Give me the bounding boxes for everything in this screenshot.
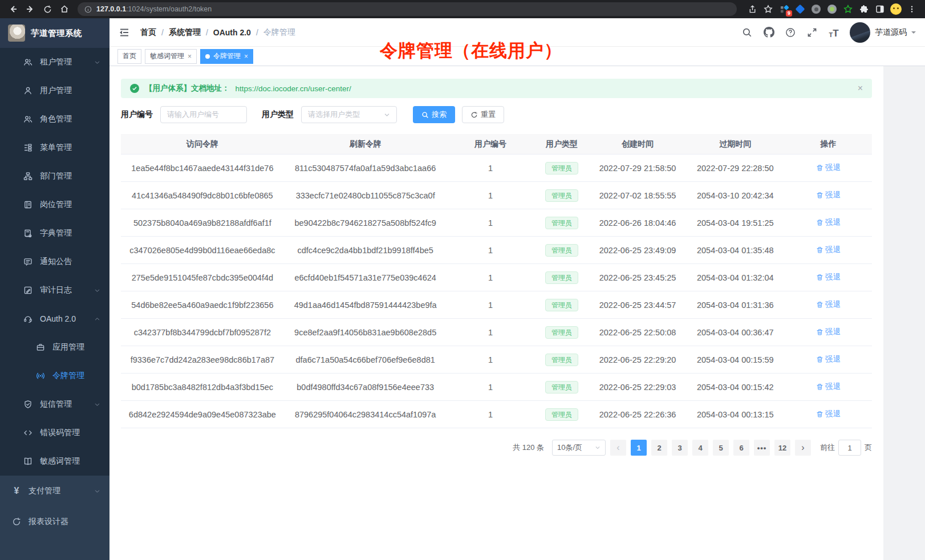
sidebar-item-audit-log[interactable]: 审计日志 bbox=[0, 276, 109, 305]
github-icon[interactable] bbox=[763, 27, 774, 38]
browser-menu-icon[interactable] bbox=[904, 2, 919, 17]
sidebar-item-tenant-management[interactable]: 租户管理 bbox=[0, 48, 109, 76]
created-time-cell: 2022-07-02 18:55:55 bbox=[590, 191, 686, 200]
font-size-icon[interactable]: TT bbox=[828, 27, 839, 38]
share-icon[interactable] bbox=[745, 2, 760, 17]
doc-link[interactable]: https://doc.iocoder.cn/user-center/ bbox=[236, 84, 351, 93]
sidebar-item-notice[interactable]: 通知公告 bbox=[0, 247, 109, 276]
page-content: 【用户体系】文档地址： https://doc.iocoder.cn/user-… bbox=[109, 66, 883, 560]
tab-首页[interactable]: 首页 bbox=[117, 49, 141, 64]
puzzle-icon[interactable] bbox=[857, 2, 871, 17]
sidebar-item-menu-management[interactable]: 菜单管理 bbox=[0, 133, 109, 162]
more-pages-icon[interactable]: ••• bbox=[754, 440, 770, 456]
side-panel-icon[interactable] bbox=[873, 2, 887, 17]
home-icon[interactable] bbox=[57, 2, 72, 17]
force-logout-button[interactable]: 强退 bbox=[816, 245, 841, 255]
page-button-2[interactable]: 2 bbox=[651, 440, 667, 456]
force-logout-button[interactable]: 强退 bbox=[816, 217, 841, 228]
force-logout-button[interactable]: 强退 bbox=[816, 327, 841, 337]
sidebar-item-oauth2[interactable]: OAuth 2.0 bbox=[0, 305, 109, 333]
trash-icon bbox=[816, 164, 823, 172]
breadcrumb-item[interactable]: 首页 bbox=[140, 27, 156, 38]
expire-time-cell: 2054-03-04 00:13:15 bbox=[685, 410, 785, 419]
force-logout-button[interactable]: 强退 bbox=[816, 382, 841, 392]
sidebar-collapse-icon[interactable] bbox=[119, 26, 131, 39]
prev-page-button[interactable]: ‹ bbox=[610, 440, 626, 456]
breadcrumb-separator: / bbox=[206, 28, 208, 37]
chevron-down-icon bbox=[595, 445, 601, 451]
user-type-cell: 管理员 bbox=[534, 217, 589, 229]
expire-time-cell: 2054-03-04 01:32:04 bbox=[685, 273, 785, 282]
table-body: 1ea5e44f8bc1467aaede43144f31de76 811c530… bbox=[121, 155, 872, 428]
user-id-input[interactable]: 请输入用户编号 bbox=[160, 106, 247, 123]
sidebar-item-token-management[interactable]: 令牌管理 bbox=[0, 362, 109, 390]
user-menu[interactable]: 芋道源码 bbox=[850, 22, 916, 43]
force-logout-button[interactable]: 强退 bbox=[816, 299, 841, 310]
extensions-cluster-icon[interactable]: 9 bbox=[777, 2, 792, 17]
refresh-token-cell: 9ce8ef2aa9f14056b831ae9b608e28d5 bbox=[284, 328, 447, 337]
sidebar-menu: 租户管理 用户管理 角色管理 菜单管理 部门管理 岗位管理 字典管理 通知公告 … bbox=[0, 48, 109, 476]
user-type-badge: 管理员 bbox=[545, 244, 578, 257]
user-id-cell: 1 bbox=[447, 383, 534, 392]
breadcrumb-item[interactable]: 系统管理 bbox=[169, 27, 201, 38]
reload-icon[interactable] bbox=[40, 2, 55, 17]
breadcrumb-item[interactable]: OAuth 2.0 bbox=[213, 28, 251, 37]
app-logo[interactable]: 芋道管理系统 bbox=[0, 18, 109, 48]
sidebar-item-app-management[interactable]: 应用管理 bbox=[0, 333, 109, 362]
sidebar-item-label: 审计日志 bbox=[40, 285, 72, 295]
page-button-1[interactable]: 1 bbox=[631, 440, 647, 456]
address-bar[interactable]: 127.0.0.1:1024/system/oauth2/token bbox=[78, 2, 737, 16]
record-icon[interactable] bbox=[809, 2, 823, 17]
force-logout-button[interactable]: 强退 bbox=[816, 272, 841, 282]
forward-icon[interactable] bbox=[23, 2, 38, 17]
page-button-3[interactable]: 3 bbox=[672, 440, 688, 456]
page-button-4[interactable]: 4 bbox=[692, 440, 708, 456]
page-size-select[interactable]: 10条/页 bbox=[552, 440, 606, 456]
force-logout-button[interactable]: 强退 bbox=[816, 354, 841, 364]
goto-page-input[interactable]: 1 bbox=[838, 440, 861, 456]
site-info-icon[interactable] bbox=[84, 6, 92, 13]
octo-icon[interactable] bbox=[825, 2, 839, 17]
force-logout-button[interactable]: 强退 bbox=[816, 163, 841, 173]
sidebar-item-post-management[interactable]: 岗位管理 bbox=[0, 190, 109, 219]
created-time-cell: 2022-06-25 23:44:57 bbox=[590, 301, 686, 310]
actions-cell: 强退 bbox=[785, 409, 872, 420]
alert-close-icon[interactable]: × bbox=[858, 84, 863, 93]
profile-avatar-icon[interactable] bbox=[889, 2, 903, 17]
breadcrumb-item[interactable]: 令牌管理 bbox=[263, 27, 295, 38]
tab-敏感词管理[interactable]: 敏感词管理 × bbox=[145, 49, 197, 64]
sidebar-item-sensitive-word-management[interactable]: 敏感词管理 bbox=[0, 447, 109, 476]
sidebar-item-role-management[interactable]: 角色管理 bbox=[0, 105, 109, 133]
page-button-12[interactable]: 12 bbox=[774, 440, 790, 456]
force-logout-button[interactable]: 强退 bbox=[816, 190, 841, 200]
sidebar-item-label: 令牌管理 bbox=[52, 371, 84, 381]
back-icon[interactable] bbox=[6, 2, 21, 17]
search-button[interactable]: 搜索 bbox=[413, 106, 455, 123]
fullscreen-icon[interactable] bbox=[806, 27, 818, 38]
page-button-6[interactable]: 6 bbox=[733, 440, 749, 456]
gem-icon[interactable] bbox=[793, 2, 808, 17]
table-row: 1ea5e44f8bc1467aaede43144f31de76 811c530… bbox=[121, 155, 872, 182]
help-icon[interactable] bbox=[785, 27, 796, 38]
next-page-button[interactable]: › bbox=[795, 440, 811, 456]
force-logout-button[interactable]: 强退 bbox=[816, 409, 841, 419]
tab-close-icon[interactable]: × bbox=[244, 52, 248, 60]
sidebar-item-payment-management[interactable]: ¥ 支付管理 bbox=[0, 476, 109, 506]
refresh-token-cell: cdfc4ce9c2da4bb1bdf21b9918ff4be5 bbox=[284, 246, 447, 255]
sidebar-item-dict-management[interactable]: 字典管理 bbox=[0, 219, 109, 247]
sidebar-item-error-code-management[interactable]: 错误码管理 bbox=[0, 419, 109, 447]
green-star-icon[interactable] bbox=[841, 2, 855, 17]
sidebar-item-user-management[interactable]: 用户管理 bbox=[0, 76, 109, 105]
search-icon[interactable] bbox=[741, 27, 753, 38]
user-type-select[interactable]: 请选择用户类型 bbox=[301, 106, 397, 123]
sidebar-item-dept-management[interactable]: 部门管理 bbox=[0, 162, 109, 190]
tab-close-icon[interactable]: × bbox=[188, 52, 192, 60]
sidebar-item-label: 敏感词管理 bbox=[40, 456, 80, 466]
reset-button[interactable]: 重置 bbox=[462, 106, 504, 123]
page-button-5[interactable]: 5 bbox=[713, 440, 729, 456]
actions-cell: 强退 bbox=[785, 272, 872, 283]
tab-令牌管理[interactable]: 令牌管理 × bbox=[200, 49, 253, 64]
sidebar-item-sms-management[interactable]: 短信管理 bbox=[0, 390, 109, 419]
sidebar-item-report-designer[interactable]: 报表设计器 bbox=[0, 506, 109, 537]
bookmark-star-icon[interactable] bbox=[761, 2, 776, 17]
